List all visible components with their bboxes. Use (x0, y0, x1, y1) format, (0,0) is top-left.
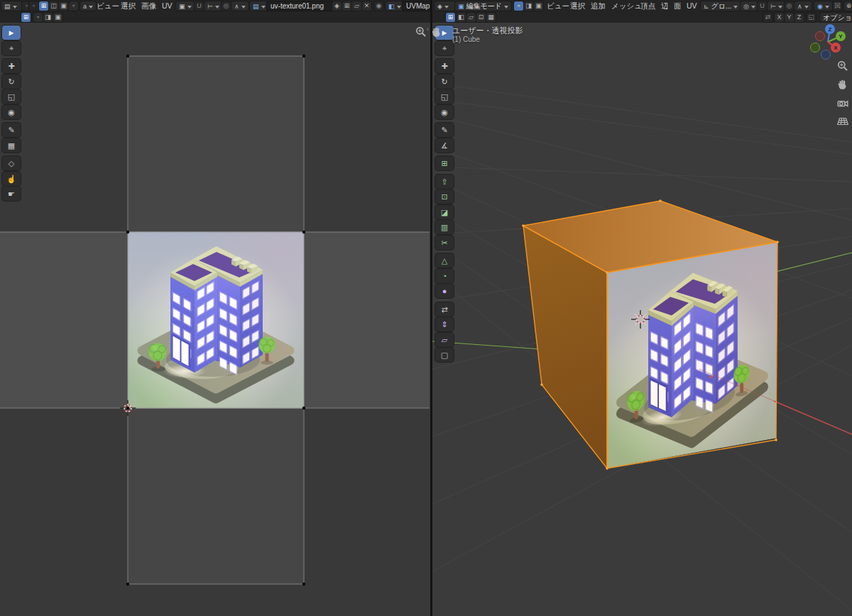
tool-annotate[interactable]: ✎ (435, 123, 454, 137)
uv-menu-view[interactable]: ビュー (97, 1, 119, 11)
tool-rip-region[interactable]: ▢ (435, 348, 454, 362)
image-browse-dropdown[interactable]: ▤ (250, 1, 268, 11)
new-image-icon[interactable]: ⊞ (342, 1, 351, 11)
view-mode-toggle-3[interactable]: ▣ (59, 1, 68, 11)
fake-user-icon[interactable]: ◈ (332, 1, 342, 11)
v3d-menu-add[interactable]: 追加 (591, 1, 606, 11)
mirror-z-toggle[interactable]: Z (794, 13, 804, 22)
header-toggle-2[interactable]: ◧ (457, 13, 466, 22)
proportional-edit-icon-3d[interactable]: ◎ (785, 1, 794, 11)
header-toggle-1[interactable]: ⊞ (446, 13, 455, 22)
proportional-size-icon[interactable]: ◱ (807, 13, 816, 22)
options-dropdown[interactable]: オプション (820, 13, 852, 22)
uv-select-mode-edge[interactable]: ◨ (43, 13, 53, 22)
tool-grab-uv[interactable]: ▦ (2, 138, 21, 153)
display-channels-dropdown[interactable]: ◧ (386, 1, 404, 11)
viewport-perspective-grid-icon[interactable] (836, 115, 849, 128)
snap-magnet-icon[interactable]: U (195, 1, 204, 11)
uv-zoom-icon[interactable] (415, 26, 427, 38)
tool-transform-uv[interactable]: ◉ (2, 105, 21, 119)
navigation-gizmo[interactable]: Z Y X (807, 21, 850, 63)
gizmo-axis-neg-y[interactable] (811, 43, 820, 53)
tool-cursor-uv[interactable]: ⌖ (2, 41, 21, 55)
open-image-icon[interactable]: ▱ (352, 1, 361, 11)
unlink-image-icon[interactable]: ✕ (362, 1, 371, 11)
v3d-menu-edge[interactable]: 辺 (661, 1, 669, 11)
tool-scale-uv[interactable]: ◱ (2, 89, 21, 104)
proportional-falloff-dropdown-3d[interactable]: ∧ (794, 1, 812, 11)
snap-settings-dropdown-3d[interactable]: ⊢ (768, 1, 785, 11)
editor-divider[interactable] (430, 0, 432, 616)
viewport-pan-hand-icon[interactable] (836, 78, 849, 91)
tool-shrink-fatten[interactable]: ⇕ (435, 317, 454, 331)
pivot-point-dropdown[interactable]: ▣ (176, 1, 195, 11)
v3d-menu-vertex[interactable]: 頂点 (640, 1, 655, 11)
uv-canvas[interactable] (0, 23, 431, 616)
tool-scale[interactable]: ◱ (435, 89, 454, 104)
view-mode-toggle-2[interactable]: ◫ (49, 1, 58, 11)
tool-measure[interactable]: ∡ (435, 138, 454, 153)
uv-menu-select[interactable]: 選択 (121, 1, 136, 11)
uv-sync-selection-toggle[interactable]: ⊞ (21, 13, 31, 22)
uv-pan-hand-icon[interactable] (430, 26, 443, 38)
tool-spin[interactable]: ◔ (435, 269, 454, 283)
transform-orientation-dropdown[interactable]: ⊾グロ... (701, 1, 741, 11)
show-gizmo-dropdown[interactable]: ◉ (814, 1, 832, 11)
snap-magnet-icon-3d[interactable]: U (758, 1, 767, 11)
mirror-icon[interactable]: ⇄ (763, 13, 772, 22)
select-mode-face[interactable]: ▣ (534, 1, 543, 11)
proportional-falloff-dropdown[interactable]: ∧ (231, 1, 248, 11)
v3d-menu-face[interactable]: 面 (674, 1, 682, 11)
mode-dropdown[interactable]: ▣編集モード (455, 1, 511, 11)
tool-tweak-uv[interactable]: ► (2, 26, 21, 40)
proportional-edit-icon[interactable]: ◎ (222, 1, 231, 11)
tool-poly-build[interactable]: △ (435, 253, 454, 268)
shading-wireframe[interactable]: ⊕ (844, 1, 852, 11)
display-dropdown[interactable]: a (80, 1, 96, 11)
cube-front-face-texture[interactable] (607, 242, 777, 468)
gizmo-axis-neg-z[interactable] (821, 50, 831, 60)
uvmap-field[interactable]: UVMap (403, 1, 431, 11)
mirror-y-toggle[interactable]: Y (785, 13, 794, 22)
uv-region-collapse-arrow[interactable]: ‹ (427, 26, 429, 33)
viewport-camera-icon[interactable] (836, 97, 849, 109)
v3d-menu-mesh[interactable]: メッシュ (611, 1, 642, 11)
tool-knife[interactable]: ✂ (435, 236, 454, 250)
header-toggle-5[interactable]: ▦ (486, 13, 496, 22)
tool-pinch-uv[interactable]: ☝ (2, 172, 21, 186)
marker-icon-2[interactable]: ▫ (29, 1, 38, 11)
v3d-menu-view[interactable]: ビュー (547, 1, 569, 11)
tool-transform[interactable]: ◉ (435, 105, 454, 119)
v3d-menu-select[interactable]: 選択 (570, 1, 585, 11)
v3d-menu-uv[interactable]: UV (687, 1, 697, 11)
tool-pinch-alt-uv[interactable]: ☛ (2, 187, 21, 201)
tool-smooth[interactable]: ● (435, 284, 454, 298)
tool-move-uv[interactable]: ✚ (2, 59, 21, 73)
pin-icon[interactable]: ◉ (374, 1, 383, 11)
tool-move[interactable]: ✚ (435, 59, 454, 73)
view-mode-toggle-4[interactable]: ▫ (69, 1, 78, 11)
image-name-field[interactable]: uv-texture01.png (267, 1, 334, 11)
uv-menu-image[interactable]: 画像 (141, 1, 156, 11)
tool-relax-uv[interactable]: ◇ (2, 156, 21, 170)
header-toggle-3[interactable]: ▱ (466, 13, 476, 22)
select-mode-vertex[interactable]: ▫ (514, 1, 523, 11)
tool-extrude-region[interactable]: ⇧ (435, 175, 454, 189)
view-mode-toggle-1[interactable]: ⊞ (39, 1, 48, 11)
tool-loop-cut[interactable]: ▥ (435, 220, 454, 234)
tool-add-cube[interactable]: ⊞ (435, 156, 454, 170)
tool-rotate-uv[interactable]: ↻ (2, 75, 21, 89)
header-toggle-4[interactable]: ⊡ (476, 13, 486, 22)
uv-select-mode-face[interactable]: ▣ (53, 13, 62, 22)
tool-bevel[interactable]: ◪ (435, 205, 454, 219)
viewport-canvas[interactable] (432, 23, 852, 616)
tool-edge-slide[interactable]: ⇄ (435, 302, 454, 317)
mirror-x-toggle[interactable]: X (775, 13, 784, 22)
uv-menu-uv[interactable]: UV (162, 1, 173, 11)
uv-select-mode-vertex[interactable]: ▫ (33, 13, 43, 22)
tool-annotate-uv[interactable]: ✎ (2, 123, 21, 137)
xray-toggle[interactable]: 回 (833, 1, 842, 11)
select-mode-edge[interactable]: ◨ (524, 1, 533, 11)
pivot-point-dropdown-3d[interactable]: ◎ (741, 1, 758, 11)
editor-type-button-3d[interactable]: ◈ (435, 1, 456, 11)
